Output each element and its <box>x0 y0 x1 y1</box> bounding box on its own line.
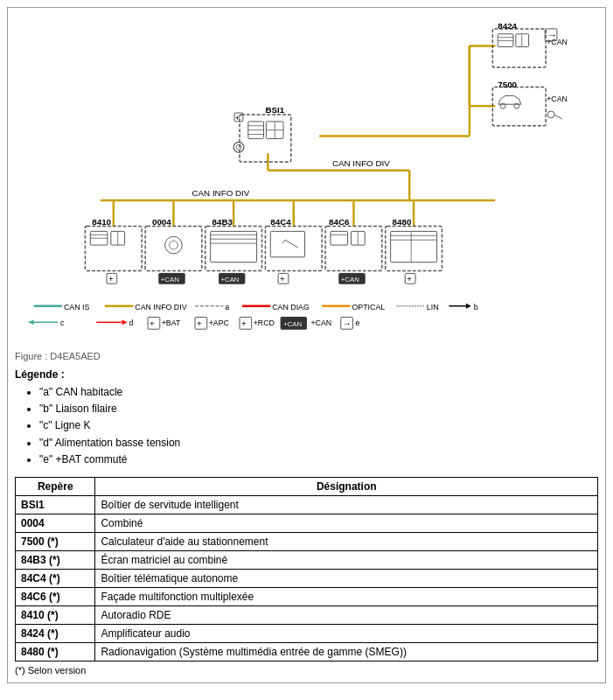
svg-text:CAN INFO DIV: CAN INFO DIV <box>192 188 249 198</box>
cell-designation: Écran matriciel au combiné <box>95 550 598 569</box>
svg-text:a: a <box>225 303 229 312</box>
table-row: 84C6 (*)Façade multifonction multiplexée <box>16 587 598 606</box>
svg-text:84C6: 84C6 <box>329 217 350 227</box>
svg-text:+CAN: +CAN <box>547 94 568 103</box>
svg-line-73 <box>282 240 285 243</box>
cell-repere: 84B3 (*) <box>16 550 95 569</box>
svg-rect-56 <box>145 226 202 270</box>
reference-table: Repère Désignation BSI1Boîtier de servit… <box>15 477 598 662</box>
col-header-designation: Désignation <box>95 477 598 495</box>
svg-rect-77 <box>325 226 382 270</box>
cell-repere: 84C4 (*) <box>16 569 95 587</box>
svg-rect-63 <box>211 231 257 262</box>
svg-text:CAN IS: CAN IS <box>64 303 90 312</box>
svg-text:0004: 0004 <box>152 217 171 227</box>
svg-line-72 <box>285 240 298 248</box>
svg-text:CAN INFO DIV: CAN INFO DIV <box>332 158 390 168</box>
cell-designation: Radionavigation (Système multimédia entr… <box>95 642 598 661</box>
svg-text:84B3: 84B3 <box>212 217 233 227</box>
cell-designation: Autoradio RDE <box>95 606 598 624</box>
svg-rect-78 <box>331 231 348 245</box>
col-header-repere: Repère <box>16 477 95 495</box>
legend-list: "a" CAN habitacle "b" Liaison filaire "c… <box>39 384 598 468</box>
svg-rect-47 <box>85 226 142 270</box>
svg-text:8410: 8410 <box>92 217 111 227</box>
legend-item-d: "d" Alimentation basse tension <box>39 435 598 452</box>
svg-point-45 <box>547 111 554 118</box>
svg-marker-106 <box>466 304 471 309</box>
diagram-area: CAN INFO DIV CAN INFO DIV BSI1 + <box>15 15 598 347</box>
main-container: CAN INFO DIV CAN INFO DIV BSI1 + <box>7 7 606 683</box>
svg-text:84C4: 84C4 <box>270 217 291 227</box>
svg-rect-31 <box>498 34 513 47</box>
legend-item-c: "c" Ligne K <box>39 417 598 434</box>
table-row: 7500 (*)Calculateur d'aide au stationnem… <box>16 532 598 550</box>
svg-text:→: → <box>343 318 352 328</box>
cell-repere: 7500 (*) <box>16 532 95 550</box>
cell-designation: Boîtier de servitude intelligent <box>95 495 598 514</box>
legend-section: Légende : "a" CAN habitacle "b" Liaison … <box>15 368 598 468</box>
cell-designation: Amplificateur audio <box>95 624 598 642</box>
svg-text:7500: 7500 <box>498 80 517 89</box>
svg-point-28 <box>233 142 244 152</box>
svg-point-29 <box>236 144 241 150</box>
svg-text:LIN: LIN <box>427 303 439 312</box>
svg-text:+BAT: +BAT <box>162 318 181 327</box>
cell-repere: 0004 <box>16 514 95 532</box>
svg-text:+CAN: +CAN <box>161 276 179 284</box>
table-footnote: (*) Selon version <box>15 665 598 676</box>
svg-rect-70 <box>265 226 322 270</box>
cell-repere: 84C6 (*) <box>16 587 95 606</box>
svg-text:→: → <box>547 30 557 40</box>
svg-text:BSI1: BSI1 <box>265 105 284 115</box>
svg-rect-85 <box>386 226 442 270</box>
cell-designation: Calculateur d'aide au stationnement <box>95 532 598 550</box>
svg-text:OPTICAL: OPTICAL <box>352 303 385 312</box>
table-row: 8480 (*)Radionavigation (Système multimé… <box>16 642 598 661</box>
legend-item-e: "e" +BAT commuté <box>39 452 598 468</box>
svg-text:d: d <box>129 318 133 327</box>
svg-rect-71 <box>270 231 304 256</box>
svg-text:+APC: +APC <box>209 318 230 327</box>
svg-text:CAN INFO DIV: CAN INFO DIV <box>135 303 186 312</box>
svg-text:+CAN: +CAN <box>310 318 331 327</box>
svg-text:+: + <box>197 318 202 328</box>
cell-repere: 8410 (*) <box>16 606 95 624</box>
svg-point-58 <box>170 241 178 249</box>
svg-rect-62 <box>205 226 262 270</box>
svg-rect-34 <box>516 34 529 47</box>
cell-repere: 8424 (*) <box>16 624 95 642</box>
table-row: 0004Combiné <box>16 514 598 532</box>
svg-text:e: e <box>355 318 359 327</box>
svg-text:CAN DIAG: CAN DIAG <box>272 303 310 312</box>
cell-repere: 8480 (*) <box>16 642 95 661</box>
table-row: 84B3 (*)Écran matriciel au combiné <box>16 550 598 569</box>
cell-repere: BSI1 <box>16 495 95 514</box>
svg-text:c: c <box>60 318 65 327</box>
svg-text:+: + <box>108 274 114 284</box>
table-row: 84C4 (*)Boîtier télématique autonome <box>16 569 598 587</box>
svg-point-57 <box>165 236 183 254</box>
legend-item-b: "b" Liaison filaire <box>39 401 598 417</box>
svg-line-46 <box>554 115 562 119</box>
svg-text:+: + <box>241 318 247 328</box>
cell-designation: Boîtier télématique autonome <box>95 569 598 587</box>
legend-item-a: "a" CAN habitacle <box>39 384 598 401</box>
diagram-svg: CAN INFO DIV CAN INFO DIV BSI1 + <box>15 15 598 347</box>
svg-text:+CAN: +CAN <box>283 320 302 328</box>
svg-text:+: + <box>280 274 285 284</box>
svg-text:+: + <box>150 318 155 328</box>
table-row: 8424 (*)Amplificateur audio <box>16 624 598 642</box>
svg-marker-112 <box>122 319 128 325</box>
table-row: BSI1Boîtier de servitude intelligent <box>16 495 598 514</box>
svg-text:+: + <box>235 114 240 122</box>
legend-title: Légende : <box>15 368 598 381</box>
svg-text:+: + <box>407 274 412 284</box>
cell-designation: Combiné <box>95 514 598 532</box>
svg-text:8480: 8480 <box>393 217 412 227</box>
svg-text:8424: 8424 <box>498 21 517 31</box>
svg-rect-30 <box>492 29 546 67</box>
figure-label: Figure : D4EA5AED <box>15 351 598 361</box>
svg-text:+RCD: +RCD <box>254 318 275 327</box>
svg-text:b: b <box>474 303 478 312</box>
